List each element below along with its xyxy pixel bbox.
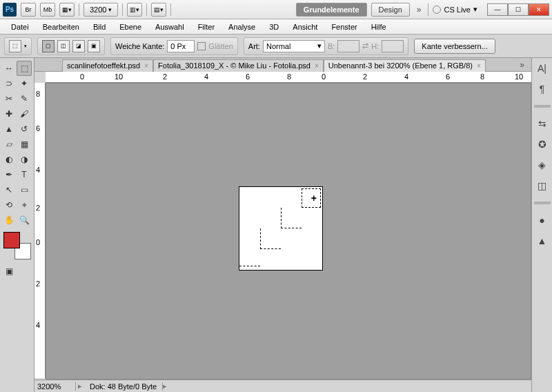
close-button[interactable]: ✕: [529, 3, 549, 16]
art-select[interactable]: Normal▾: [263, 40, 325, 52]
type-tool[interactable]: T: [17, 167, 32, 182]
menubar: Datei Bearbeiten Bild Ebene Auswahl Filt…: [0, 19, 552, 35]
feather-input[interactable]: [167, 40, 195, 52]
hand-tool[interactable]: ✋: [1, 213, 17, 228]
refine-edge-button[interactable]: Kante verbessern...: [414, 39, 495, 54]
workspace-grundelemente[interactable]: Grundelemente: [296, 3, 367, 17]
arrange-button[interactable]: ▥▾: [127, 3, 142, 17]
menu-ansicht[interactable]: Ansicht: [286, 21, 324, 33]
close-icon[interactable]: ×: [477, 62, 481, 70]
right-panel: A| ¶ ⇆ ✪ ◈ ◫ ● ▲: [531, 58, 552, 392]
dodge-tool[interactable]: ◑: [17, 152, 32, 167]
menu-ebene[interactable]: Ebene: [112, 21, 148, 33]
doc-info[interactable]: Dok: 48 Byte/0 Byte: [84, 382, 163, 391]
sel-sub[interactable]: ◪: [72, 40, 85, 52]
options-bar: ⬚▾ ▢ ◫ ◪ ▣ Weiche Kante: Glätten Art: No…: [0, 35, 552, 58]
zoom-tool[interactable]: 🔍: [17, 213, 32, 228]
height-label: H:: [371, 42, 379, 50]
panel-adjust-icon[interactable]: ⇆: [535, 116, 550, 131]
width-input: [337, 40, 359, 52]
menu-datei[interactable]: Datei: [4, 21, 36, 33]
doc-tab-0[interactable]: scanlinefotoeffekt.psd×: [62, 59, 153, 72]
marquee-tool[interactable]: ⬚: [17, 61, 32, 76]
sel-new[interactable]: ▢: [42, 40, 55, 52]
color-swatch[interactable]: [3, 232, 31, 259]
3d-tool[interactable]: ⟲: [1, 197, 17, 213]
feather-label: Weiche Kante:: [115, 42, 164, 50]
menu-analyse[interactable]: Analyse: [221, 21, 262, 33]
sel-add[interactable]: ◫: [57, 40, 70, 52]
wand-tool[interactable]: ✦: [17, 76, 32, 91]
quickmask-button[interactable]: ▣: [1, 264, 17, 279]
doc-tab-1[interactable]: Fotolia_3018109_X - © Mike Liu - Fotolia…: [153, 59, 324, 72]
doc-tab-2[interactable]: Unbenannt-3 bei 3200% (Ebene 1, RGB/8)×: [324, 59, 486, 72]
workspace-more[interactable]: »: [414, 5, 424, 14]
heal-tool[interactable]: ✚: [1, 106, 17, 121]
tabs-more[interactable]: »: [513, 60, 531, 70]
menu-3d[interactable]: 3D: [262, 21, 286, 33]
statusbar: 3200% ▸ Dok: 48 Byte/0 Byte ▸: [34, 380, 531, 392]
eyedropper-tool[interactable]: ✎: [17, 91, 32, 106]
panel-mask-icon[interactable]: ✪: [535, 137, 550, 152]
canvas[interactable]: +: [46, 83, 531, 380]
panel-layers-icon[interactable]: ◈: [535, 157, 550, 173]
stamp-tool[interactable]: ▲: [1, 121, 17, 137]
gradient-tool[interactable]: ▦: [17, 137, 32, 152]
minibridge-button[interactable]: Mb: [40, 3, 55, 17]
width-label: B:: [328, 42, 335, 50]
menu-hilfe[interactable]: Hilfe: [364, 21, 393, 33]
panel-stamp-icon[interactable]: ▲: [535, 233, 550, 248]
menu-auswahl[interactable]: Auswahl: [148, 21, 191, 33]
screenmode-button[interactable]: ▦▾: [59, 3, 75, 17]
panel-character-icon[interactable]: A|: [535, 61, 550, 76]
history-tool[interactable]: ↺: [17, 121, 32, 137]
height-input: [382, 40, 404, 52]
panel-path-icon[interactable]: ◫: [535, 178, 550, 193]
minimize-button[interactable]: —: [487, 3, 508, 16]
glatten-label: Glätten: [208, 42, 233, 50]
maximize-button[interactable]: ☐: [508, 3, 529, 16]
document[interactable]: +: [239, 187, 322, 270]
panel-paragraph-icon[interactable]: ¶: [535, 81, 550, 97]
close-icon[interactable]: ×: [144, 62, 148, 70]
camera-tool[interactable]: ⌖: [17, 197, 32, 213]
zoom-dropdown[interactable]: 3200 ▾: [83, 3, 118, 17]
sel-intersect[interactable]: ▣: [88, 40, 100, 52]
menu-bild[interactable]: Bild: [86, 21, 112, 33]
menu-fenster[interactable]: Fenster: [324, 21, 364, 33]
close-icon[interactable]: ×: [315, 62, 319, 70]
zoom-status[interactable]: 3200%: [34, 382, 76, 391]
menu-filter[interactable]: Filter: [191, 21, 221, 33]
titlebar: Ps Br Mb ▦▾ 3200 ▾ ▥▾ ▤▾ Grundelemente D…: [0, 0, 552, 19]
brush-tool[interactable]: 🖌: [17, 106, 32, 121]
toolbox: ↔⬚ ⊃✦ ✂✎ ✚🖌 ▲↺ ▱▦ ◐◑ ✒T ↖▭ ⟲⌖ ✋🔍 ▣: [0, 58, 34, 392]
move-tool[interactable]: ↔: [1, 61, 17, 76]
path-tool[interactable]: ↖: [1, 182, 17, 197]
app-logo: Ps: [3, 3, 17, 17]
panel-brush-icon[interactable]: ●: [535, 213, 550, 228]
ruler-horizontal: 010 24 68 02 46 810: [46, 72, 531, 83]
extras-button[interactable]: ▤▾: [151, 3, 166, 17]
cslive-button[interactable]: CS Live▾: [433, 5, 477, 14]
workspace-design[interactable]: Design: [371, 3, 410, 17]
crop-tool[interactable]: ✂: [1, 91, 17, 106]
art-label: Art:: [248, 42, 260, 50]
shape-tool[interactable]: ▭: [17, 182, 32, 197]
tool-preset[interactable]: ⬚▾: [4, 37, 32, 55]
ruler-vertical: 86 42 02 4: [34, 83, 46, 378]
pen-tool[interactable]: ✒: [1, 167, 17, 182]
lasso-tool[interactable]: ⊃: [1, 76, 17, 91]
document-tabs: scanlinefotoeffekt.psd× Fotolia_3018109_…: [34, 58, 531, 72]
bridge-button[interactable]: Br: [21, 3, 36, 17]
eraser-tool[interactable]: ▱: [1, 137, 17, 152]
blur-tool[interactable]: ◐: [1, 152, 17, 167]
menu-bearbeiten[interactable]: Bearbeiten: [36, 21, 86, 33]
glatten-checkbox: [197, 42, 206, 50]
